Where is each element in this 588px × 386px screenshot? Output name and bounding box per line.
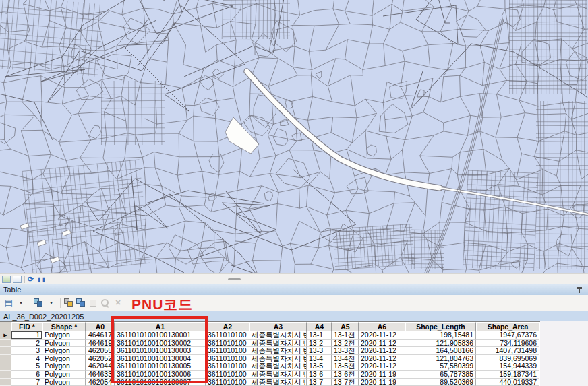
table-cell[interactable]: 154,944339 [476,362,539,371]
related-tables-icon[interactable] [34,298,45,308]
table-cell[interactable]: 2 [11,340,42,348]
table-cell[interactable]: 440,019337 [476,379,539,386]
table-cell[interactable]: 2020-11-12 [359,355,405,363]
auto-hide-pin-icon[interactable] [577,287,583,294]
row-selector[interactable] [0,355,11,363]
column-header-a2[interactable]: A2 [206,322,249,331]
table-cell[interactable]: 839,695069 [476,355,539,363]
table-cell[interactable]: 세종특별자치시 반 [249,355,307,363]
table-cell[interactable]: 3611010100100130004 [115,355,206,363]
table-cell[interactable]: 13-3전 [332,347,359,355]
table-cell[interactable]: 2020-11-12 [359,331,405,340]
row-selector[interactable] [0,347,11,355]
layout-view-button[interactable] [13,276,22,283]
table-cell[interactable]: 4 [11,355,42,363]
table-cell[interactable]: 13-6전 [332,371,359,379]
table-cell[interactable]: Polygon [42,340,86,348]
column-header-shapelength[interactable]: Shape_Length [405,322,476,331]
table-options-dropdown-icon[interactable]: ▾ [16,297,26,309]
refresh-icon[interactable]: ⟳ [28,276,34,283]
table-cell[interactable]: 2020-11-12 [359,362,405,371]
table-cell[interactable]: 13-3 [307,347,332,355]
tab-al36-d002[interactable]: AL_36_D002_20201205 [3,313,84,321]
table-cell[interactable]: 2020-11-12 [359,340,405,348]
table-cell[interactable]: 1947,67376 [476,331,539,340]
table-cell[interactable]: 13-5전 [332,362,359,371]
table-cell[interactable]: 3 [11,347,42,355]
table-cell[interactable]: 13-2 [307,340,332,348]
table-cell[interactable]: 65,787385 [405,371,476,379]
table-cell[interactable]: 2020-11-19 [359,371,405,379]
table-cell[interactable]: 3611010100100130003 [115,347,206,355]
column-header-shapearea[interactable]: Shape_Area [476,322,539,331]
table-cell[interactable]: 2020-11-19 [359,379,405,386]
row-selector[interactable] [0,340,11,348]
table-cell[interactable]: 13-7전 [332,379,359,386]
table-cell[interactable]: 57,580399 [405,362,476,371]
table-cell[interactable]: 3611010100 [206,379,249,386]
table-cell[interactable]: 13-1 [307,331,332,340]
table-cell[interactable]: 464633 [86,371,115,379]
table-cell[interactable]: 세종특별자치시 반 [249,371,307,379]
row-selector[interactable] [0,371,11,379]
table-cell[interactable]: 3611010100 [206,347,249,355]
table-cell[interactable]: 13-6 [307,371,332,379]
table-cell[interactable]: 1 [11,331,42,340]
table-cell[interactable]: 89,520369 [405,379,476,386]
table-cell[interactable]: 7 [11,379,42,386]
table-cell[interactable]: Polygon [42,371,86,379]
table-cell[interactable]: 3611010100100130006 [115,371,206,379]
table-cell[interactable]: 3611010100 [206,355,249,363]
table-cell[interactable]: 세종특별자치시 반 [249,362,307,371]
table-cell[interactable]: 198,15481 [405,331,476,340]
table-cell[interactable]: 734,119606 [476,340,539,348]
column-header-a5[interactable]: A5 [332,322,359,331]
related-tables-dropdown-icon[interactable]: ▾ [46,297,57,309]
table-cell[interactable]: 462055 [86,347,115,355]
table-cell[interactable]: 3611010100100130005 [115,362,206,371]
switch-selection-icon[interactable] [76,298,87,308]
table-cell[interactable]: 13-5 [307,362,332,371]
table-cell[interactable]: 세종특별자치시 반 [249,340,307,348]
table-cell[interactable]: 462052 [86,355,115,363]
row-selector[interactable]: ▶ [0,331,11,340]
horizontal-scrollbar-thumb[interactable] [228,278,241,280]
table-cell[interactable]: 121,804763 [405,355,476,363]
table-cell[interactable]: 159,187341 [476,371,539,379]
table-cell[interactable]: 13-7 [307,379,332,386]
table-cell[interactable]: 3611010100100130007 [115,379,206,386]
select-by-attributes-icon[interactable] [64,298,75,308]
table-cell[interactable]: Polygon [42,347,86,355]
table-cell[interactable]: 13-4전 [332,355,359,363]
table-cell[interactable]: 13-1전 [332,331,359,340]
table-cell[interactable]: Polygon [42,379,86,386]
table-cell[interactable]: 121,905836 [405,340,476,348]
column-header-a1[interactable]: A1 [115,322,206,331]
table-cell[interactable]: 1407,731498 [476,347,539,355]
table-cell[interactable]: 3611010100 [206,362,249,371]
table-cell[interactable]: 2020-11-12 [359,347,405,355]
table-cell[interactable]: 3611010100 [206,371,249,379]
column-header-shape[interactable]: Shape * [42,322,86,331]
table-cell[interactable]: 3611010100 [206,331,249,340]
table-cell[interactable]: 6 [11,371,42,379]
table-cell[interactable]: 3611010100100130002 [115,340,206,348]
table-cell[interactable]: Polygon [42,362,86,371]
table-cell[interactable]: 3611010100100130001 [115,331,206,340]
column-header-a0[interactable]: A0 [86,322,115,331]
table-cell[interactable]: 13-4 [307,355,332,363]
select-all-corner[interactable] [0,322,11,331]
table-cell[interactable]: 462054 [86,379,115,386]
pause-drawing-icon[interactable]: ❚❚ [37,276,47,283]
table-cell[interactable]: Polygon [42,355,86,363]
table-cell[interactable]: 164,508166 [405,347,476,355]
row-selector[interactable] [0,379,11,386]
table-cell[interactable]: 세종특별자치시 반 [249,331,307,340]
data-view-button[interactable] [2,276,11,283]
table-cell[interactable]: Polygon [42,331,86,340]
table-cell[interactable]: 464619 [86,340,115,348]
column-header-a4[interactable]: A4 [307,322,332,331]
column-header-a6[interactable]: A6 [359,322,405,331]
table-cell[interactable]: 13-2전 [332,340,359,348]
row-selector[interactable] [0,362,11,371]
